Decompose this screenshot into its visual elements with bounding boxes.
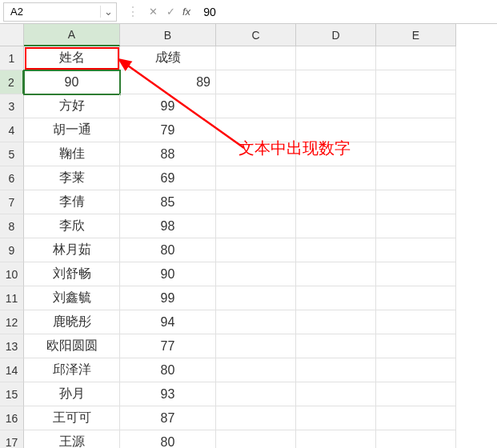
- cell[interactable]: 90: [24, 70, 120, 94]
- cell[interactable]: [216, 214, 296, 238]
- cell[interactable]: [296, 166, 376, 190]
- chevron-down-icon[interactable]: ⌄: [100, 6, 116, 18]
- cell[interactable]: 欧阳圆圆: [24, 334, 120, 358]
- cell[interactable]: [296, 238, 376, 262]
- cell[interactable]: [296, 94, 376, 118]
- cell[interactable]: [376, 430, 456, 448]
- cell[interactable]: [296, 118, 376, 142]
- cell[interactable]: 87: [120, 406, 216, 430]
- cell[interactable]: 77: [120, 334, 216, 358]
- cell[interactable]: [376, 238, 456, 262]
- cell[interactable]: [376, 94, 456, 118]
- cell[interactable]: [216, 166, 296, 190]
- row-header[interactable]: 14: [0, 358, 24, 382]
- cell[interactable]: [376, 406, 456, 430]
- cancel-icon[interactable]: ✕: [144, 6, 162, 18]
- cell[interactable]: 99: [120, 286, 216, 310]
- fx-icon[interactable]: fx: [182, 6, 190, 18]
- cell[interactable]: 成绩: [120, 46, 216, 70]
- cell[interactable]: [216, 190, 296, 214]
- row-header[interactable]: 5: [0, 142, 24, 166]
- cell[interactable]: [376, 334, 456, 358]
- row-header[interactable]: 17: [0, 430, 24, 448]
- column-header-B[interactable]: B: [120, 24, 216, 46]
- cell[interactable]: 鹿晓彤: [24, 310, 120, 334]
- cell[interactable]: [216, 430, 296, 448]
- cell[interactable]: [376, 142, 456, 166]
- cell[interactable]: 刘舒畅: [24, 262, 120, 286]
- cell[interactable]: 80: [120, 430, 216, 448]
- row-header[interactable]: 7: [0, 190, 24, 214]
- cell[interactable]: [216, 286, 296, 310]
- cell[interactable]: [296, 190, 376, 214]
- cell[interactable]: [296, 142, 376, 166]
- grid[interactable]: 姓名成绩9089方好99胡一通79鞠佳88李莱69李倩85李欣98林月茹80刘舒…: [24, 46, 497, 448]
- row-header[interactable]: 8: [0, 214, 24, 238]
- cell[interactable]: [376, 382, 456, 406]
- cell[interactable]: [296, 406, 376, 430]
- row-header[interactable]: 16: [0, 406, 24, 430]
- cell[interactable]: 刘鑫毓: [24, 286, 120, 310]
- row-header[interactable]: 2: [0, 70, 24, 94]
- column-header-C[interactable]: C: [216, 24, 296, 46]
- cell[interactable]: 98: [120, 214, 216, 238]
- cell[interactable]: [296, 310, 376, 334]
- cell[interactable]: [376, 70, 456, 94]
- row-header[interactable]: 9: [0, 238, 24, 262]
- cell[interactable]: [296, 214, 376, 238]
- cell[interactable]: [296, 70, 376, 94]
- cell[interactable]: [376, 358, 456, 382]
- cell[interactable]: [216, 334, 296, 358]
- row-header[interactable]: 15: [0, 382, 24, 406]
- confirm-icon[interactable]: ✓: [162, 6, 179, 18]
- cell[interactable]: [296, 46, 376, 70]
- cell[interactable]: [216, 46, 296, 70]
- cell[interactable]: 林月茹: [24, 238, 120, 262]
- cell[interactable]: 方好: [24, 94, 120, 118]
- cell[interactable]: 李欣: [24, 214, 120, 238]
- cell[interactable]: [216, 142, 296, 166]
- cell[interactable]: 79: [120, 118, 216, 142]
- cell[interactable]: 93: [120, 382, 216, 406]
- cell[interactable]: [376, 118, 456, 142]
- cell[interactable]: 94: [120, 310, 216, 334]
- cell[interactable]: [296, 430, 376, 448]
- cell[interactable]: [376, 190, 456, 214]
- cell[interactable]: 89: [120, 70, 216, 94]
- name-box[interactable]: A2 ⌄: [3, 2, 117, 22]
- cell[interactable]: 99: [120, 94, 216, 118]
- cell[interactable]: 李倩: [24, 190, 120, 214]
- cell[interactable]: 85: [120, 190, 216, 214]
- cell[interactable]: [376, 166, 456, 190]
- cell[interactable]: 88: [120, 142, 216, 166]
- cell[interactable]: [296, 262, 376, 286]
- cell[interactable]: 鞠佳: [24, 142, 120, 166]
- row-header[interactable]: 12: [0, 310, 24, 334]
- column-header-A[interactable]: A: [24, 24, 120, 46]
- cell[interactable]: 69: [120, 166, 216, 190]
- select-all-corner[interactable]: [0, 24, 24, 46]
- cell[interactable]: [216, 94, 296, 118]
- cell[interactable]: [296, 286, 376, 310]
- cell[interactable]: [216, 262, 296, 286]
- row-header[interactable]: 10: [0, 262, 24, 286]
- cell[interactable]: 王源: [24, 430, 120, 448]
- cell[interactable]: [216, 238, 296, 262]
- formula-input[interactable]: 90: [198, 6, 494, 18]
- column-header-D[interactable]: D: [296, 24, 376, 46]
- cell[interactable]: 80: [120, 238, 216, 262]
- cell[interactable]: [296, 334, 376, 358]
- cell[interactable]: 孙月: [24, 382, 120, 406]
- cell[interactable]: 王可可: [24, 406, 120, 430]
- cell[interactable]: [216, 382, 296, 406]
- row-header[interactable]: 3: [0, 94, 24, 118]
- cell[interactable]: 姓名: [24, 46, 120, 70]
- cell[interactable]: [216, 118, 296, 142]
- cell[interactable]: [216, 310, 296, 334]
- cell[interactable]: 90: [120, 262, 216, 286]
- cell[interactable]: 胡一通: [24, 118, 120, 142]
- cell[interactable]: 邱泽洋: [24, 358, 120, 382]
- row-header[interactable]: 11: [0, 286, 24, 310]
- cell[interactable]: [376, 46, 456, 70]
- cell[interactable]: 李莱: [24, 166, 120, 190]
